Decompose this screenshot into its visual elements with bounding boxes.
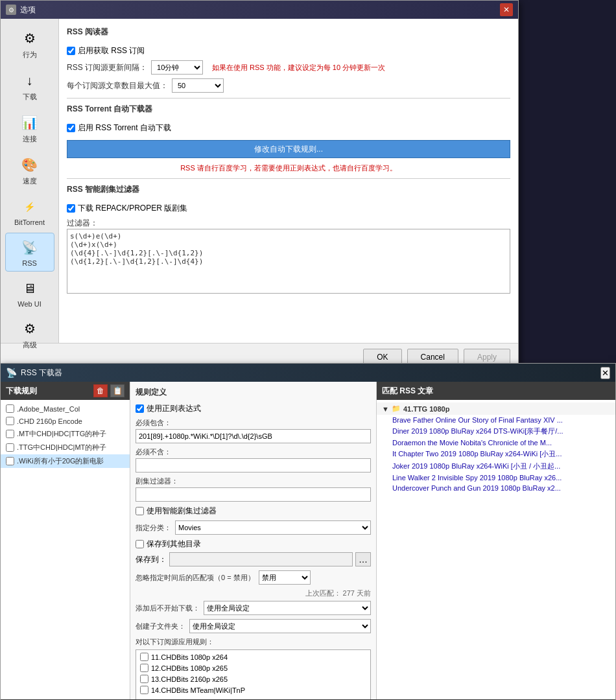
- refresh-interval-select[interactable]: 10分钟 5分钟 15分钟 30分钟: [151, 60, 203, 75]
- download-repack-checkbox-label[interactable]: 下载 REPACK/PROPER 版剧集: [67, 203, 187, 214]
- must-contain-group: 必须包含： 201[89].+1080p.*WiKi.*\D[1]?\d\.\d…: [136, 418, 371, 443]
- sub-item-4[interactable]: 14.CHDBits MTeam|WiKi|TnP: [137, 684, 369, 695]
- sub-checkbox-2[interactable]: [140, 664, 148, 672]
- use-regex-checkbox[interactable]: [136, 404, 144, 413]
- rule-checkbox-adobe[interactable]: [6, 404, 14, 413]
- sidebar-item-speed[interactable]: 🎨 速度: [5, 150, 54, 190]
- copy-rule-button[interactable]: 📋: [110, 384, 124, 397]
- create-subfolder-select[interactable]: 使用全局设定 是 否: [189, 619, 371, 633]
- edit-rules-button[interactable]: 修改自动下载规则...: [67, 140, 510, 158]
- subscription-list: 11.CHDBits 1080p x264 12.CHDBits 1080p x…: [136, 649, 371, 699]
- sub-item-2[interactable]: 12.CHDBits 1080p x265: [137, 662, 369, 673]
- category-select[interactable]: Movies TV Anime: [175, 520, 371, 535]
- episode-filter-input[interactable]: [136, 487, 371, 502]
- last-match-value: 277 天前: [343, 589, 371, 597]
- download-repack-checkbox[interactable]: [67, 204, 75, 213]
- enable-rss-checkbox[interactable]: [67, 47, 75, 55]
- download-repack-label: 下载 REPACK/PROPER 版剧集: [78, 203, 187, 214]
- sub-item-3[interactable]: 13.CHDBits 2160p x265: [137, 673, 369, 684]
- max-articles-select[interactable]: 50 100 200: [172, 78, 224, 93]
- must-contain-input[interactable]: 201[89].+1080p.*WiKi.*\D[1]?\d\.\d{2}\sG…: [136, 429, 371, 443]
- rule-item-chd[interactable]: .CHD 2160p Encode: [1, 415, 130, 427]
- rule-label-adobe: .Adobe_Master_Col: [17, 405, 80, 413]
- sidebar-item-rss[interactable]: 📡 RSS: [5, 233, 54, 272]
- rule-checkbox-wiki[interactable]: [6, 457, 14, 465]
- save-elsewhere-checkbox[interactable]: [136, 540, 144, 548]
- folder-icon: 📁: [392, 404, 401, 413]
- download-icon: ↓: [19, 70, 40, 91]
- sidebar-label-connection: 连接: [23, 134, 37, 144]
- rss-dialog-body: 下载规则 🗑 📋 .Adobe_Master_Col .CHD 2160p En…: [1, 382, 615, 699]
- options-close-button[interactable]: ✕: [500, 3, 513, 16]
- enable-rss-label: 启用获取 RSS 订阅: [78, 45, 145, 56]
- article-group-ttg: ▼ 📁 41.TTG 1080p Brave Father Online Our…: [377, 402, 615, 493]
- enable-torrent-checkbox-label[interactable]: 启用 RSS Torrent 自动下载: [67, 122, 171, 134]
- browse-button[interactable]: …: [355, 552, 371, 566]
- rule-item-ttg[interactable]: .TTG中CHD|HDC|MT的种子: [1, 441, 130, 454]
- article-item-5[interactable]: Joker 2019 1080p BluRay x264-WiKi [小丑 / …: [377, 460, 615, 472]
- save-elsewhere-label[interactable]: 保存到其他目录: [136, 539, 201, 550]
- smart-filter-checkbox[interactable]: [136, 507, 144, 515]
- use-regex-label[interactable]: 使用正则表达式: [136, 403, 201, 414]
- sub-label-2: 12.CHDBits 1080p x265: [151, 664, 228, 672]
- max-articles-label: 每个订阅源文章数目最大值：: [67, 80, 168, 91]
- sidebar-label-bittorrent: BitTorrent: [14, 218, 45, 226]
- rss-dialog-close-button[interactable]: ✕: [600, 367, 610, 379]
- sidebar-item-behavior[interactable]: ⚙ 行为: [5, 24, 54, 64]
- sidebar-item-download[interactable]: ↓ 下载: [5, 66, 54, 106]
- rule-list: .Adobe_Master_Col .CHD 2160p Encode .MT中…: [1, 400, 130, 699]
- sidebar-item-webui[interactable]: 🖥 Web UI: [5, 274, 54, 312]
- rule-item-mt[interactable]: .MT中CHD|HDC|TTG的种子: [1, 427, 130, 441]
- apply-to-label: 对以下订阅源应用规则：: [136, 637, 371, 647]
- save-to-label: 保存到：: [136, 554, 167, 565]
- must-not-contain-input[interactable]: [136, 458, 371, 472]
- rule-checkbox-mt[interactable]: [6, 430, 14, 438]
- sub-checkbox-4[interactable]: [140, 686, 148, 694]
- rule-item-wiki[interactable]: .WiKi所有小于20G的新电影: [1, 454, 130, 468]
- sidebar-label-rss: RSS: [22, 259, 37, 267]
- rss-left-panel: 下载规则 🗑 📋 .Adobe_Master_Col .CHD 2160p En…: [1, 382, 130, 699]
- filter-textarea[interactable]: s(\d+)e(\d+) (\d+)x(\d+) (\d{4}[.\-]\d{1…: [67, 229, 510, 294]
- smart-filter-row: 使用智能剧集过滤器: [136, 506, 371, 517]
- article-item-2[interactable]: Diner 2019 1080p BluRay x264 DTS-WiKi[亲手…: [377, 425, 615, 438]
- article-group-header-ttg[interactable]: ▼ 📁 41.TTG 1080p: [377, 402, 615, 415]
- sidebar-item-bittorrent[interactable]: ⚡ BitTorrent: [5, 192, 54, 230]
- add-paused-select[interactable]: 使用全局设定 是 否: [204, 601, 371, 615]
- rss-middle-panel: 规则定义 使用正则表达式 必须包含： 201[89].+1080p.*WiKi.…: [130, 382, 377, 699]
- enable-rss-checkbox-label[interactable]: 启用获取 RSS 订阅: [67, 45, 145, 56]
- sub-checkbox-3[interactable]: [140, 675, 148, 683]
- smart-filter-label[interactable]: 使用智能剧集过滤器: [136, 506, 217, 517]
- sub-checkbox-1[interactable]: [140, 653, 148, 661]
- last-match-label: 上次匹配：: [305, 589, 341, 597]
- sub-label-1: 11.CHDBits 1080p x264: [151, 653, 228, 661]
- article-item-4[interactable]: It Chapter Two 2019 1080p BluRay x264-Wi…: [377, 448, 615, 460]
- sub-item-1[interactable]: 11.CHDBits 1080p x264: [137, 651, 369, 662]
- enable-torrent-checkbox[interactable]: [67, 124, 75, 132]
- article-item-6[interactable]: Line Walker 2 Invisible Spy 2019 1080p B…: [377, 472, 615, 483]
- article-item-1[interactable]: Brave Father Online Our Story of Final F…: [377, 415, 615, 425]
- separator-1: [67, 98, 510, 99]
- sidebar-item-advanced[interactable]: ⚙ 高级: [5, 314, 54, 354]
- article-item-7[interactable]: Undercover Punch and Gun 2019 1080p BluR…: [377, 483, 615, 493]
- rss-icon: 📡: [19, 237, 40, 258]
- must-contain-label: 必须包含：: [136, 418, 371, 428]
- rss-rules-header-label: 下载规则: [6, 386, 37, 397]
- speed-icon: 🎨: [19, 154, 40, 175]
- delete-rule-button[interactable]: 🗑: [93, 384, 108, 397]
- add-paused-label: 添加后不开始下载：: [136, 603, 200, 613]
- rule-label-mt: .MT中CHD|HDC|TTG的种子: [17, 429, 106, 439]
- refresh-interval-row: RSS 订阅源更新间隔： 10分钟 5分钟 15分钟 30分钟 如果在使用 RS…: [67, 60, 510, 75]
- sidebar-item-connection[interactable]: 📊 连接: [5, 108, 54, 148]
- rule-checkbox-chd[interactable]: [6, 417, 14, 425]
- ignore-select[interactable]: 禁用 1天 7天: [259, 570, 311, 585]
- options-title-text: 选项: [20, 5, 36, 16]
- rule-checkbox-ttg[interactable]: [6, 443, 14, 452]
- rss-dialog-icon: 📡: [6, 368, 17, 378]
- article-item-3[interactable]: Doraemon the Movie Nobita's Chronicle of…: [377, 438, 615, 448]
- save-to-input[interactable]: [169, 552, 353, 566]
- rule-label-wiki: .WiKi所有小于20G的新电影: [17, 456, 104, 466]
- save-to-row: 保存到： …: [136, 552, 371, 566]
- rule-item-adobe[interactable]: .Adobe_Master_Col: [1, 402, 130, 415]
- rules-icon-buttons: 🗑 📋: [93, 384, 124, 397]
- connection-icon: 📊: [19, 112, 40, 133]
